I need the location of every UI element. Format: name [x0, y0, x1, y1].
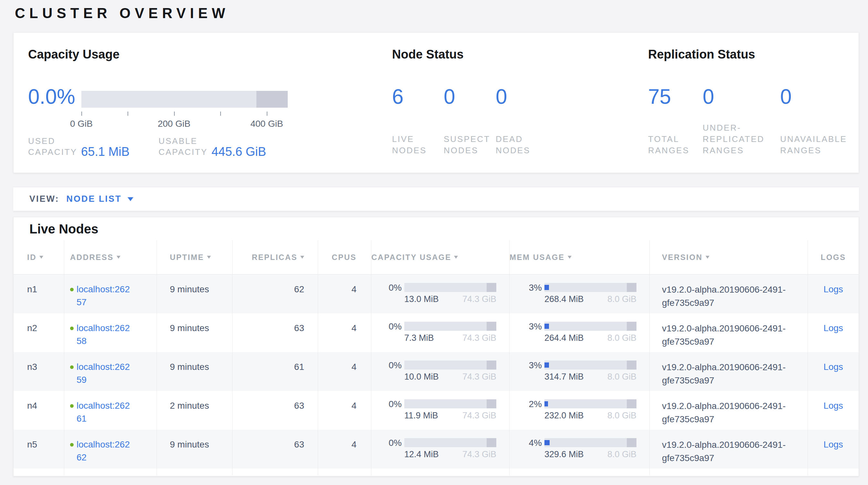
node-id-cell: n5 — [13, 430, 64, 468]
mem-usage-cell: 3%314.7 MiB8.0 GiB — [509, 352, 649, 391]
replication-status-stat: 0UNDER-REPLICATEDRANGES — [703, 86, 780, 156]
node-address-link[interactable]: localhost:26262 — [76, 438, 134, 464]
replicas-cell: 61 — [232, 352, 318, 391]
mem-used-value: 329.6 MiB — [545, 450, 584, 459]
uptime-cell: 9 minutes — [157, 275, 232, 313]
logs-link[interactable]: Logs — [824, 439, 843, 450]
table-row: n4localhost:262612 minutes6340%11.9 MiB7… — [13, 391, 859, 430]
live-status-dot-icon — [70, 365, 73, 369]
capacity-usage-percent: 0% — [371, 399, 402, 420]
version-text: v19.2.0-alpha.20190606-2491-gfe735c9a97 — [662, 283, 795, 309]
column-header-version[interactable]: VERSION — [649, 240, 808, 274]
node-status-stat: 0SUSPECTNODES — [444, 86, 496, 156]
column-header-id[interactable]: ID — [13, 240, 64, 274]
column-header-label: ADDRESS — [70, 253, 114, 262]
version-cell: v19.2.0-alpha.20190606-2491-gfe735c9a97 — [649, 313, 808, 352]
logs-link[interactable]: Logs — [824, 323, 843, 333]
node-status-label: DEADNODES — [496, 134, 530, 156]
bar-reserved-segment — [487, 283, 496, 292]
mem-usage-bar — [545, 399, 637, 408]
cpus-cell: 4 — [318, 391, 371, 430]
node-address-link[interactable]: localhost:26258 — [76, 322, 134, 348]
capacity-usage-bar — [404, 283, 496, 292]
view-dropdown-value[interactable]: NODE LIST — [66, 194, 122, 204]
mem-total-value: 8.0 GiB — [608, 333, 637, 343]
node-status-stat: 0DEADNODES — [496, 86, 530, 156]
view-bar: VIEW: NODE LIST — [13, 187, 859, 211]
mem-usage-bar — [545, 361, 637, 370]
table-header-row: IDADDRESSUPTIMEREPLICASCPUSCAPACITY USAG… — [13, 240, 859, 275]
replication-status-stat: 0UNAVAILABLERANGES — [780, 86, 847, 156]
node-address-cell: localhost:26259 — [64, 352, 157, 391]
mem-usage-widget: 4%329.6 MiB8.0 GiB — [509, 438, 649, 459]
capacity-usage-title: Capacity Usage — [28, 48, 120, 61]
column-header-capacity-usage[interactable]: CAPACITY USAGE — [371, 240, 509, 274]
page-title: CLUSTER OVERVIEW — [15, 5, 229, 21]
version-text: v19.2.0-alpha.20190606-2491-gfe735c9a97 — [662, 399, 795, 426]
logs-link[interactable]: Logs — [824, 401, 843, 411]
replication-status-label: UNAVAILABLERANGES — [780, 134, 847, 156]
node-status-stat: 6LIVENODES — [392, 86, 444, 156]
node-address-link[interactable]: localhost:26261 — [76, 399, 134, 425]
node-id-cell: n1 — [13, 275, 64, 313]
replication-status-title: Replication Status — [648, 48, 755, 61]
table-row: n3localhost:262599 minutes6140%10.0 MiB7… — [13, 352, 859, 391]
node-status-value: 6 — [392, 86, 444, 107]
uptime-cell: 2 minutes — [157, 391, 232, 430]
bar-used-fill — [545, 285, 549, 290]
capacity-usage-bar — [404, 399, 496, 408]
mem-used-value: 268.4 MiB — [545, 294, 584, 304]
capacity-used-value: 7.3 MiB — [404, 333, 434, 343]
view-dropdown[interactable]: NODE LIST — [66, 194, 133, 204]
column-header-address[interactable]: ADDRESS — [64, 240, 157, 274]
bar-used-fill — [545, 401, 548, 406]
used-capacity-value: 65.1 MiB — [81, 145, 129, 159]
column-header-uptime[interactable]: UPTIME — [157, 240, 232, 274]
live-nodes-table: IDADDRESSUPTIMEREPLICASCPUSCAPACITY USAG… — [13, 240, 859, 475]
mem-total-value: 8.0 GiB — [608, 294, 637, 304]
version-text: v19.2.0-alpha.20190606-2491-gfe735c9a97 — [662, 361, 795, 387]
node-id-cell: n2 — [13, 313, 64, 352]
capacity-used-value: 11.9 MiB — [404, 411, 438, 420]
column-header-replicas[interactable]: REPLICAS — [232, 240, 318, 274]
live-status-dot-icon — [70, 404, 73, 408]
capacity-usage-cell: 0%10.0 MiB74.3 GiB — [371, 352, 509, 391]
usable-capacity-value: 445.6 GiB — [212, 145, 266, 159]
replicas-cell: 62 — [232, 275, 318, 313]
mem-usage-cell: 3%264.4 MiB8.0 GiB — [509, 313, 649, 352]
capacity-used-value: 12.4 MiB — [404, 450, 439, 459]
capacity-bar-track — [82, 91, 288, 108]
mem-usage-percent: 2% — [509, 399, 542, 420]
replicas-cell: 63 — [232, 391, 318, 430]
column-header-label: MEM USAGE — [509, 253, 565, 262]
cpus-cell: 4 — [318, 313, 371, 352]
column-header-label: CPUS — [332, 253, 356, 262]
mem-usage-widget: 3%268.4 MiB8.0 GiB — [509, 283, 649, 304]
axis-tick — [128, 112, 128, 116]
bar-reserved-segment — [627, 399, 637, 408]
logs-link[interactable]: Logs — [824, 362, 843, 372]
live-status-dot-icon — [70, 288, 73, 291]
logs-cell: Logs — [808, 275, 859, 313]
capacity-usage-gauge: 0.0% 0 GiB 200 GiB 400 GiB — [28, 86, 288, 108]
bar-reserved-segment — [627, 438, 637, 447]
mem-used-value: 314.7 MiB — [545, 372, 584, 381]
capacity-usage-widget: 0%13.0 MiB74.3 GiB — [371, 283, 509, 304]
capacity-usage-percent: 0% — [371, 283, 402, 304]
bar-reserved-segment — [487, 322, 496, 331]
usable-capacity-stat: USABLE CAPACITY 445.6 GiB — [159, 136, 266, 158]
mem-used-value: 264.4 MiB — [545, 333, 584, 343]
logs-link[interactable]: Logs — [824, 284, 843, 294]
node-address-link[interactable]: localhost:26257 — [76, 283, 134, 309]
mem-usage-bar — [545, 283, 637, 292]
column-header-mem-usage[interactable]: MEM USAGE — [509, 240, 649, 274]
logs-cell: Logs — [808, 430, 859, 468]
axis-label: 400 GiB — [241, 119, 292, 129]
capacity-usage-widget: 0%11.9 MiB74.3 GiB — [371, 399, 509, 420]
replicas-cell: 63 — [232, 430, 318, 468]
capacity-usage-cell: 0%12.4 MiB74.3 GiB — [371, 430, 509, 468]
bar-reserved-segment — [627, 283, 637, 292]
node-address-link[interactable]: localhost:26259 — [76, 361, 134, 387]
capacity-total-value: 74.3 GiB — [462, 372, 496, 381]
node-id-cell: n4 — [13, 391, 64, 430]
